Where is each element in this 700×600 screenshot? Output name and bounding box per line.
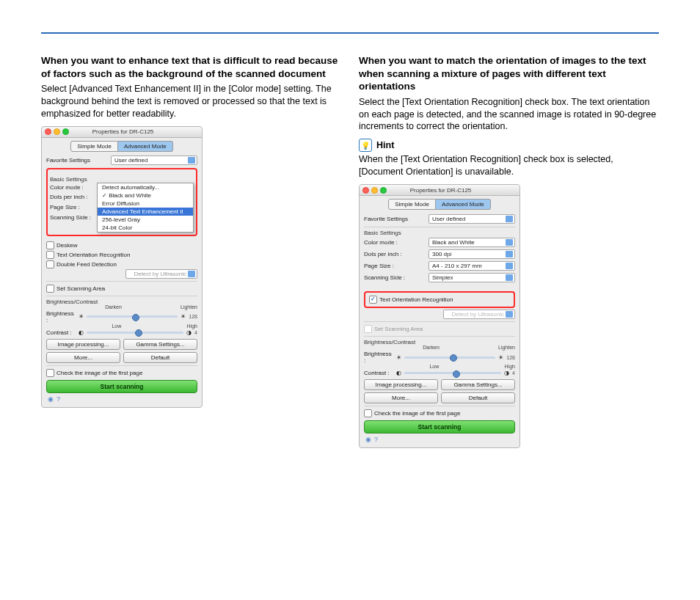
double-feed-row: Double Feed Detection bbox=[46, 260, 197, 269]
hint-label: Hint bbox=[376, 140, 394, 150]
double-feed-label: Double Feed Detection bbox=[56, 261, 117, 268]
hint-bulb-icon: 💡 bbox=[359, 139, 372, 152]
color-mode-dropdown[interactable]: Detect automatically... ✓ Black and Whit… bbox=[97, 183, 194, 233]
set-scan-area-row: Set Scanning Area bbox=[364, 324, 515, 334]
close-icon[interactable] bbox=[45, 128, 51, 135]
check-first-page-row: Check the image of the first page bbox=[364, 409, 515, 418]
dropdown-item[interactable]: ✓ Black and White bbox=[98, 191, 193, 200]
dropdown-item[interactable]: 256-level Gray bbox=[98, 216, 193, 224]
right-column: When you want to match the orientation o… bbox=[359, 54, 659, 454]
left-heading: When you want to enhance text that is di… bbox=[41, 54, 341, 80]
dropdown-item[interactable]: Error Diffusion bbox=[98, 200, 193, 208]
brightness-label: Brightness : bbox=[46, 310, 76, 323]
image-processing-button[interactable]: Image processing... bbox=[364, 379, 438, 390]
brightness-slider[interactable] bbox=[87, 315, 178, 318]
close-icon[interactable] bbox=[362, 187, 369, 194]
top-rule bbox=[41, 32, 659, 34]
contrast-slider[interactable] bbox=[87, 332, 183, 334]
contrast-slider[interactable] bbox=[404, 372, 501, 374]
highlight-box-text-orientation: Text Orientation Recognition bbox=[364, 291, 515, 308]
window-title: Properties for DR-C125 bbox=[71, 128, 175, 135]
dropdown-item[interactable]: Detect automatically... bbox=[98, 183, 193, 191]
contrast-value: 4 bbox=[512, 370, 515, 376]
text-orientation-checkbox[interactable] bbox=[46, 251, 54, 259]
set-scan-area-label: Set Scanning Area bbox=[56, 285, 105, 292]
detect-ultrasonic-select[interactable]: Detect by Ultrasonic bbox=[125, 269, 197, 279]
highlight-box-color-mode: Basic Settings Color mode : Dots per inc… bbox=[46, 168, 197, 236]
manual-page: When you want to enhance text that is di… bbox=[0, 0, 700, 600]
window-body: Favorite Settings User defined Basic Set… bbox=[360, 213, 519, 447]
color-mode-label: Color mode : bbox=[364, 239, 398, 246]
tab-advanced-mode[interactable]: Advanced Mode bbox=[436, 199, 491, 210]
text-orientation-checkbox[interactable] bbox=[369, 296, 377, 304]
basic-settings-header: Basic Settings bbox=[50, 174, 194, 183]
text-orientation-label: Text Orientation Recognition bbox=[379, 296, 453, 303]
minimize-icon[interactable] bbox=[54, 128, 60, 135]
help-icon[interactable]: ? bbox=[374, 436, 378, 443]
image-processing-button[interactable]: Image processing... bbox=[46, 339, 120, 350]
dropdown-item[interactable]: 24-bit Color bbox=[98, 224, 193, 232]
gamma-settings-button[interactable]: Gamma Settings... bbox=[123, 339, 197, 350]
page-size-label: Page Size : bbox=[50, 202, 94, 213]
default-button[interactable]: Default bbox=[123, 352, 197, 363]
info-icon[interactable]: ◉ bbox=[365, 436, 371, 443]
check-first-page-checkbox[interactable] bbox=[46, 369, 54, 377]
minimize-icon[interactable] bbox=[371, 187, 378, 194]
deskew-row: Deskew bbox=[46, 241, 197, 250]
default-button[interactable]: Default bbox=[441, 392, 515, 403]
deskew-checkbox[interactable] bbox=[46, 241, 54, 249]
left-column: When you want to enhance text that is di… bbox=[41, 54, 341, 454]
dropdown-item-selected[interactable]: Advanced Text Enhancement II bbox=[98, 208, 193, 216]
properties-window-right: Properties for DR-C125 Simple Mode Advan… bbox=[359, 184, 520, 448]
right-body-text: Select the [Text Orientation Recognition… bbox=[359, 96, 659, 133]
double-feed-checkbox[interactable] bbox=[46, 260, 54, 268]
window-titlebar: Properties for DR-C125 bbox=[42, 127, 202, 138]
page-size-label: Page Size : bbox=[364, 263, 394, 269]
window-title: Properties for DR-C125 bbox=[389, 187, 492, 194]
deskew-label: Deskew bbox=[56, 242, 77, 249]
page-size-select[interactable]: A4 - 210 x 297 mm bbox=[429, 261, 515, 271]
zoom-icon[interactable] bbox=[62, 128, 69, 135]
mode-tab-bar: Simple Mode Advanced Mode bbox=[42, 138, 202, 155]
contrast-value: 4 bbox=[194, 330, 197, 335]
info-icon[interactable]: ◉ bbox=[48, 395, 54, 403]
right-heading: When you want to match the orientation o… bbox=[359, 54, 659, 93]
tab-simple-mode[interactable]: Simple Mode bbox=[70, 141, 118, 152]
set-scan-area-row: Set Scanning Area bbox=[46, 284, 197, 293]
scanning-side-select[interactable]: Simplex bbox=[429, 273, 515, 282]
brightness-value: 128 bbox=[189, 314, 197, 319]
favorite-settings-select[interactable]: User defined bbox=[429, 214, 515, 224]
mode-tab-bar: Simple Mode Advanced Mode bbox=[360, 196, 519, 213]
hint-row: 💡 Hint bbox=[359, 139, 659, 152]
favorite-settings-select[interactable]: User defined bbox=[111, 156, 197, 165]
contrast-label: Contrast : bbox=[364, 370, 393, 376]
text-orientation-label: Text Orientation Recognition bbox=[56, 252, 131, 258]
set-scan-area-checkbox[interactable] bbox=[46, 285, 54, 293]
tab-advanced-mode[interactable]: Advanced Mode bbox=[118, 141, 173, 152]
brightness-value: 128 bbox=[506, 355, 515, 360]
text-orientation-row: Text Orientation Recognition bbox=[46, 250, 197, 260]
start-scanning-button[interactable]: Start scanning bbox=[46, 380, 197, 393]
more-button[interactable]: More... bbox=[364, 392, 438, 403]
contrast-label: Contrast : bbox=[46, 329, 76, 336]
scanning-side-label: Scanning Side : bbox=[364, 274, 405, 281]
help-icon[interactable]: ? bbox=[56, 395, 60, 403]
set-scan-area-checkbox bbox=[364, 325, 372, 333]
tab-simple-mode[interactable]: Simple Mode bbox=[388, 199, 436, 210]
dpi-select[interactable]: 300 dpi bbox=[429, 249, 515, 259]
text-orientation-row: Text Orientation Recognition bbox=[368, 295, 511, 304]
scanning-side-label: Scanning Side : bbox=[50, 213, 94, 223]
hint-body-text: When the [Text Orientation Recognition] … bbox=[359, 153, 659, 178]
brightness-slider[interactable] bbox=[404, 356, 495, 359]
zoom-icon[interactable] bbox=[380, 187, 387, 194]
set-scan-area-label: Set Scanning Area bbox=[374, 326, 423, 332]
color-mode-select[interactable]: Black and White bbox=[429, 238, 515, 247]
left-body-text: Select [Advanced Text Enhancement II] in… bbox=[41, 83, 341, 120]
start-scanning-button[interactable]: Start scanning bbox=[364, 420, 515, 433]
gamma-settings-button[interactable]: Gamma Settings... bbox=[441, 379, 515, 390]
color-mode-label: Color mode : bbox=[50, 183, 94, 193]
more-button[interactable]: More... bbox=[46, 352, 120, 363]
window-titlebar: Properties for DR-C125 bbox=[360, 185, 519, 196]
check-first-page-checkbox[interactable] bbox=[364, 409, 372, 417]
brightness-label: Brightness : bbox=[364, 351, 393, 364]
